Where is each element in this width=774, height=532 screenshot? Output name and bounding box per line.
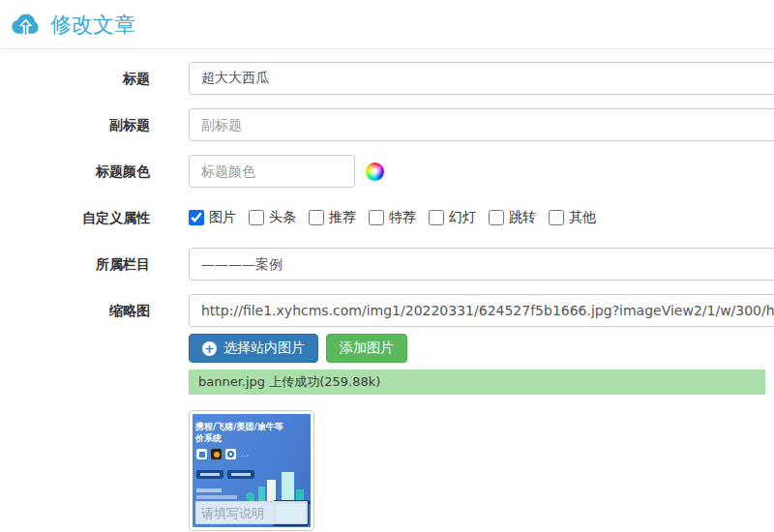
article-form: 标题 副标题 标题颜色 自定义属性	[0, 62, 774, 531]
attributes-label: 自定义属性	[0, 201, 174, 234]
attr-checkbox-special-input[interactable]	[369, 210, 384, 225]
title-color-label: 标题颜色	[0, 155, 174, 188]
banner-app-icon-2	[211, 449, 222, 459]
select-site-image-button-label: 选择站内图片	[223, 340, 305, 357]
page-title: 修改文章	[50, 11, 135, 40]
thumbnail-buttons-row: 选择站内图片 添加图片	[189, 334, 774, 363]
upload-success-message: banner.jpg 上传成功(259.88k)	[189, 369, 765, 395]
attr-checkbox-other-input[interactable]	[549, 210, 564, 225]
category-field-row: 所属栏目 ————案例	[0, 248, 774, 281]
color-wheel-icon[interactable]	[366, 163, 384, 181]
select-site-image-button[interactable]: 选择站内图片	[189, 334, 318, 363]
attr-checkbox-headline[interactable]: 头条	[249, 209, 296, 226]
attr-checkbox-recommended-label: 推荐	[329, 209, 356, 226]
attr-checkbox-headline-input[interactable]	[249, 210, 264, 225]
banner-app-icon-1	[196, 449, 207, 459]
title-field-row: 标题	[0, 62, 774, 95]
title-label: 标题	[0, 62, 174, 95]
page-header: 修改文章	[0, 0, 774, 48]
attr-checkbox-jump-label: 跳转	[509, 209, 536, 226]
title-color-field-row: 标题颜色	[0, 155, 774, 188]
title-color-input[interactable]	[189, 155, 355, 188]
edit-article-page: 修改文章 标题 副标题 标题颜色 自定义属性	[0, 0, 774, 531]
category-select[interactable]: ————案例	[189, 248, 774, 281]
attr-checkbox-special[interactable]: 特荐	[369, 209, 416, 226]
attr-checkbox-image-input[interactable]	[189, 210, 204, 225]
add-image-button-label: 添加图片	[340, 340, 394, 357]
attr-checkbox-other-label: 其他	[569, 209, 596, 226]
title-input[interactable]	[189, 62, 774, 95]
banner-app-icon-3	[225, 449, 236, 459]
banner-tiny-text-2	[196, 495, 237, 499]
banner-small-button-1	[196, 470, 223, 479]
banner-text-line2: 价系统	[195, 432, 222, 445]
attr-checkbox-special-label: 特荐	[389, 209, 416, 226]
banner-small-buttons	[196, 470, 254, 479]
uploaded-image-preview[interactable]: 携程/飞猪/美团/途牛等 价系统 …	[189, 410, 314, 531]
banner-building	[282, 472, 294, 501]
banner-image-thumbnail: 携程/飞猪/美团/途牛等 价系统 …	[193, 414, 311, 527]
thumbnail-label: 缩略图	[0, 294, 174, 531]
banner-tiny-text-1	[196, 488, 222, 492]
thumbnail-url-input[interactable]	[189, 294, 774, 327]
attributes-checkbox-list: 图片 头条 推荐 特荐	[189, 201, 774, 234]
banner-more-dots: …	[240, 449, 249, 459]
cloud-upload-icon	[10, 11, 42, 40]
attr-checkbox-jump-input[interactable]	[489, 210, 504, 225]
subtitle-input[interactable]	[189, 108, 774, 141]
banner-palm-tree	[246, 492, 254, 501]
banner-building	[267, 480, 276, 501]
image-caption-input[interactable]	[195, 501, 308, 524]
attr-checkbox-recommended-input[interactable]	[309, 210, 324, 225]
attr-checkbox-slideshow[interactable]: 幻灯	[429, 209, 476, 226]
attr-checkbox-image[interactable]: 图片	[189, 209, 236, 226]
attr-checkbox-slideshow-label: 幻灯	[449, 209, 476, 226]
subtitle-label: 副标题	[0, 108, 174, 141]
category-label: 所属栏目	[0, 248, 174, 281]
banner-small-button-2	[227, 470, 254, 479]
banner-app-icons: …	[196, 449, 249, 459]
add-image-button[interactable]: 添加图片	[326, 334, 407, 363]
attr-checkbox-recommended[interactable]: 推荐	[309, 209, 356, 226]
attr-checkbox-slideshow-input[interactable]	[429, 210, 444, 225]
attr-checkbox-image-label: 图片	[209, 209, 236, 226]
attr-checkbox-headline-label: 头条	[269, 209, 296, 226]
thumbnail-field-row: 缩略图 选择站内图片 添加图片 banner.jpg 上传成功(259.88k)…	[0, 294, 774, 531]
plus-circle-icon	[202, 341, 217, 356]
header-divider	[0, 48, 774, 49]
subtitle-field-row: 副标题	[0, 108, 774, 141]
attr-checkbox-other[interactable]: 其他	[549, 209, 596, 226]
attr-checkbox-jump[interactable]: 跳转	[489, 209, 536, 226]
attributes-field-row: 自定义属性 图片 头条 推荐	[0, 201, 774, 234]
banner-building	[258, 487, 265, 501]
